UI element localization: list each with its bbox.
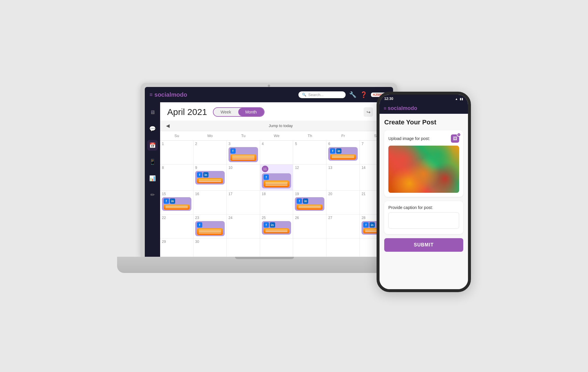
phone-logo-icon: ≡ bbox=[384, 106, 386, 111]
laptop-body: ≡ socialmodo 🔍 Search... 🔧 ❓ HJIWORX bbox=[141, 83, 397, 257]
laptop-screen: ≡ socialmodo 🔍 Search... 🔧 ❓ HJIWORX bbox=[145, 87, 393, 257]
cal-cell-15[interactable]: 15 f in bbox=[160, 191, 193, 214]
post-event[interactable]: f in bbox=[162, 197, 191, 211]
scene: ≡ socialmodo 🔍 Search... 🔧 ❓ HJIWORX bbox=[117, 74, 471, 298]
cal-week-1: 1 2 3 f bbox=[160, 141, 393, 164]
week-view-button[interactable]: Week bbox=[213, 108, 238, 116]
prev-arrow[interactable]: ◀ bbox=[164, 122, 172, 129]
food-image[interactable] bbox=[388, 146, 459, 193]
post-icons: f in bbox=[330, 148, 356, 154]
cal-cell-10: 10 bbox=[227, 164, 260, 190]
post-event[interactable]: f bbox=[195, 221, 225, 236]
post-event-content bbox=[230, 154, 256, 161]
cal-cell-29: 29 bbox=[160, 238, 193, 257]
jump-today-button[interactable]: Jump to today bbox=[172, 124, 390, 128]
facebook-icon: f bbox=[164, 198, 169, 204]
linkedin-icon: in bbox=[270, 222, 275, 228]
cal-cell-18: 18 bbox=[260, 191, 293, 214]
facebook-icon: f bbox=[264, 175, 269, 180]
facebook-icon: f bbox=[363, 222, 369, 228]
cal-cell-11[interactable]: 11 f bbox=[260, 164, 293, 190]
post-event[interactable]: f in bbox=[195, 171, 225, 185]
cal-week-2: 8 9 f in bbox=[160, 164, 393, 191]
sidebar-item-chat[interactable]: 💬 bbox=[147, 124, 158, 134]
day-header-su: Su bbox=[160, 131, 193, 140]
laptop: ≡ socialmodo 🔍 Search... 🔧 ❓ HJIWORX bbox=[117, 83, 412, 289]
linkedin-icon: in bbox=[203, 172, 208, 177]
post-event[interactable]: f bbox=[262, 173, 291, 188]
day-header-th: Th bbox=[293, 131, 326, 140]
cal-cell-5: 5 bbox=[293, 141, 326, 164]
cal-cell-8: 8 bbox=[160, 164, 193, 190]
logo-lines-icon: ≡ bbox=[150, 92, 153, 98]
sidebar-item-calendar[interactable]: 📅 bbox=[147, 140, 158, 151]
phone-logo-text: socialmodo bbox=[388, 105, 417, 111]
sidebar-item-mobile[interactable]: 📱 bbox=[147, 157, 158, 167]
main-content: April 2021 Week Month ↪ 🗑 bbox=[160, 102, 393, 257]
post-icons: f in bbox=[164, 198, 190, 204]
food-image-inner bbox=[388, 146, 459, 193]
post-event[interactable]: f in bbox=[295, 197, 324, 211]
post-event[interactable]: f bbox=[229, 147, 258, 162]
calendar-nav: ◀ Jump to today bbox=[160, 121, 393, 131]
facebook-icon: f bbox=[230, 148, 236, 154]
cal-cell-27: 27 bbox=[326, 215, 360, 238]
calendar-header: April 2021 Week Month ↪ 🗑 bbox=[160, 102, 393, 121]
post-icons: f in bbox=[197, 172, 223, 177]
share-icon[interactable]: ↪ bbox=[364, 107, 373, 117]
month-view-button[interactable]: Month bbox=[238, 108, 264, 116]
cal-cell-23[interactable]: 23 f bbox=[193, 215, 227, 238]
linkedin-icon: in bbox=[336, 148, 341, 154]
phone-content: Create Your Post Upload image for post: … bbox=[380, 114, 468, 289]
facebook-icon: f bbox=[330, 148, 335, 154]
upload-badge: 7 bbox=[457, 133, 461, 137]
caption-section: Provide caption for post: bbox=[384, 201, 463, 234]
post-event-content bbox=[264, 180, 290, 187]
post-event-content bbox=[297, 204, 323, 210]
help-icon[interactable]: ❓ bbox=[360, 91, 367, 98]
cal-cell-empty3 bbox=[293, 238, 326, 257]
day-header-mo: Mo bbox=[193, 131, 227, 140]
cal-cell-25[interactable]: 25 f in bbox=[260, 215, 293, 238]
header-right: 🔍 Search... 🔧 ❓ HJIWORX bbox=[298, 91, 388, 98]
laptop-base-notch bbox=[235, 257, 294, 259]
cal-cell-1: 1 bbox=[160, 141, 193, 164]
laptop-camera bbox=[268, 85, 270, 87]
search-placeholder-text: Search... bbox=[308, 93, 323, 97]
post-event-content bbox=[264, 228, 290, 233]
calendar-title: April 2021 bbox=[167, 107, 207, 117]
cal-cell-12: 12 bbox=[293, 164, 326, 190]
post-icons: f in bbox=[297, 198, 323, 204]
sidebar-item-edit[interactable]: ✏ bbox=[147, 190, 158, 200]
post-event[interactable]: f in bbox=[262, 221, 291, 235]
post-icons: f bbox=[230, 148, 256, 154]
cal-week-3: 15 f in bbox=[160, 191, 393, 215]
cal-cell-empty1 bbox=[227, 238, 260, 257]
cal-cell-17: 17 bbox=[227, 191, 260, 214]
day-headers: Su Mo Tu We Th Fr Sa bbox=[160, 131, 393, 141]
cal-cell-24: 24 bbox=[227, 215, 260, 238]
cal-cell-3[interactable]: 3 f bbox=[227, 141, 260, 164]
calendar-weeks: 1 2 3 f bbox=[160, 141, 393, 257]
view-toggle: Week Month bbox=[213, 107, 264, 117]
search-box[interactable]: 🔍 Search... bbox=[298, 91, 346, 98]
sidebar-item-chart[interactable]: 📊 bbox=[147, 173, 158, 184]
cal-cell-19[interactable]: 19 f in bbox=[293, 191, 326, 214]
app-header: ≡ socialmodo 🔍 Search... 🔧 ❓ HJIWORX bbox=[145, 87, 393, 102]
phone-status-bar: 12:30 ▲ ▮▮ bbox=[380, 95, 468, 103]
sidebar-item-monitor[interactable]: 🖥 bbox=[147, 107, 158, 118]
post-event[interactable]: f in bbox=[328, 147, 358, 161]
logo-text: socialmodo bbox=[155, 91, 187, 98]
upload-image-icon[interactable]: 🖼 7 bbox=[451, 134, 459, 143]
cal-cell-2: 2 bbox=[193, 141, 227, 164]
submit-button[interactable]: SUBMIT bbox=[384, 238, 463, 252]
caption-input[interactable] bbox=[388, 212, 459, 229]
post-icons: f bbox=[264, 175, 290, 180]
cal-cell-30: 30 bbox=[193, 238, 227, 257]
phone-app-header: ≡ socialmodo bbox=[380, 103, 468, 114]
settings-icon[interactable]: 🔧 bbox=[349, 91, 357, 98]
cal-cell-empty2 bbox=[260, 238, 293, 257]
cal-cell-13: 13 bbox=[326, 164, 360, 190]
cal-cell-6[interactable]: 6 f in bbox=[326, 141, 360, 164]
cal-cell-9[interactable]: 9 f in bbox=[193, 164, 227, 190]
